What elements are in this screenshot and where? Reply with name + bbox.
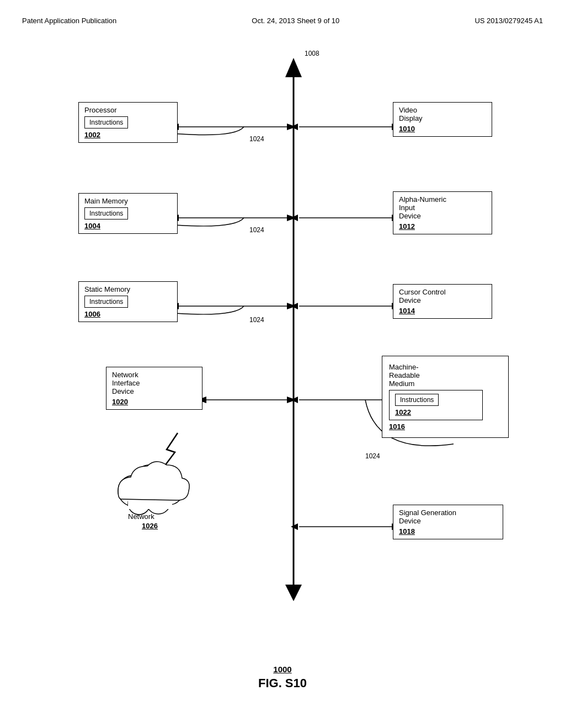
static-memory-instructions: Instructions xyxy=(84,296,128,308)
static-memory-bus-label: 1024 xyxy=(249,316,264,324)
cursor-control-title: Cursor ControlDevice xyxy=(399,288,486,304)
figure-label: FIG. S10 xyxy=(22,676,543,690)
network-cloud: Network 1026 xyxy=(106,449,194,540)
main-memory-title: Main Memory xyxy=(84,197,172,205)
network-label: Network xyxy=(128,512,216,521)
svg-marker-13 xyxy=(291,215,298,221)
main-memory-id: 1004 xyxy=(84,222,172,230)
machine-readable-title: Machine-ReadableMedium xyxy=(389,363,502,388)
svg-marker-17 xyxy=(287,303,296,309)
cursor-control-id: 1014 xyxy=(399,307,486,315)
network-interface-id: 1020 xyxy=(112,398,196,406)
alpha-numeric-id: 1012 xyxy=(399,222,486,231)
diagram: 1008 Processor Instructions 1002 1024 Ma… xyxy=(34,47,531,654)
figure-number: 1000 xyxy=(22,665,543,674)
signal-generation-title: Signal GenerationDevice xyxy=(399,508,497,525)
machine-readable-outer-box: Machine-ReadableMedium Instructions 1022… xyxy=(382,356,509,438)
static-memory-box: Static Memory Instructions 1006 xyxy=(78,281,178,322)
figure-caption: 1000 FIG. S10 xyxy=(22,665,543,690)
cursor-control-box: Cursor ControlDevice 1014 xyxy=(393,284,492,319)
svg-marker-2 xyxy=(285,585,302,601)
main-memory-bus-label: 1024 xyxy=(249,226,264,234)
svg-marker-5 xyxy=(287,124,296,130)
page: Patent Application Publication Oct. 24, … xyxy=(0,0,565,728)
machine-readable-bus-label: 1024 xyxy=(365,452,380,460)
svg-marker-23 xyxy=(287,397,296,403)
signal-generation-box: Signal GenerationDevice 1018 xyxy=(393,505,503,539)
processor-bus-label: 1024 xyxy=(249,135,264,143)
processor-instructions: Instructions xyxy=(84,116,128,129)
video-display-title: VideoDisplay xyxy=(399,106,486,122)
network-id: 1026 xyxy=(142,522,230,530)
video-display-box: VideoDisplay 1010 xyxy=(393,102,492,137)
svg-marker-28 xyxy=(291,523,298,530)
processor-box: Processor Instructions 1002 xyxy=(78,102,178,143)
processor-id: 1002 xyxy=(84,131,172,139)
signal-generation-id: 1018 xyxy=(399,527,497,536)
header-center: Oct. 24, 2013 Sheet 9 of 10 xyxy=(252,17,339,25)
svg-marker-7 xyxy=(291,124,298,130)
svg-marker-11 xyxy=(287,215,296,221)
machine-readable-inner-box: Instructions 1022 xyxy=(389,390,483,420)
static-memory-title: Static Memory xyxy=(84,285,172,293)
processor-title: Processor xyxy=(84,106,172,114)
network-interface-box: NetworkInterfaceDevice 1020 xyxy=(106,367,202,410)
machine-readable-id: 1016 xyxy=(389,422,502,431)
main-memory-instructions: Instructions xyxy=(84,207,128,220)
alpha-numeric-title: Alpha-NumericInputDevice xyxy=(399,195,486,220)
video-display-id: 1010 xyxy=(399,125,486,133)
bus-label-top: 1008 xyxy=(305,50,319,57)
machine-readable-instructions: Instructions xyxy=(395,394,439,406)
static-memory-id: 1006 xyxy=(84,310,172,318)
header-left: Patent Application Publication xyxy=(22,17,116,25)
svg-marker-19 xyxy=(291,303,298,309)
page-header: Patent Application Publication Oct. 24, … xyxy=(22,11,543,36)
network-interface-title: NetworkInterfaceDevice xyxy=(112,371,196,395)
header-right: US 2013/0279245 A1 xyxy=(475,17,543,25)
svg-marker-25 xyxy=(291,397,298,403)
alpha-numeric-box: Alpha-NumericInputDevice 1012 xyxy=(393,191,492,234)
main-memory-box: Main Memory Instructions 1004 xyxy=(78,193,178,234)
svg-marker-1 xyxy=(285,58,302,77)
machine-readable-inner-id: 1022 xyxy=(395,408,477,416)
